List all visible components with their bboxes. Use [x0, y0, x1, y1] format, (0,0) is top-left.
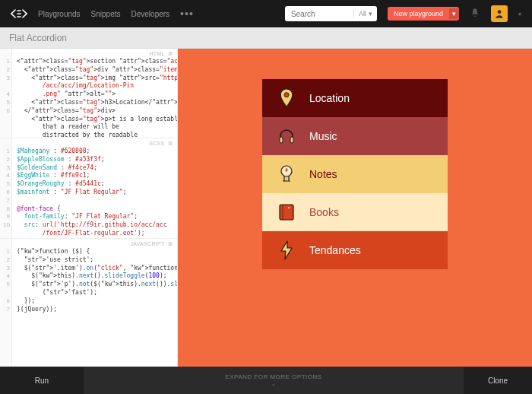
logo-icon[interactable]: [11, 8, 27, 19]
accordion-item-location[interactable]: Location: [262, 79, 448, 117]
search-input[interactable]: [285, 10, 353, 18]
chevron-down-icon[interactable]: ▾: [449, 8, 459, 19]
accordion-label: Music: [309, 130, 337, 142]
search-box: All▾: [285, 6, 377, 21]
svg-rect-6: [282, 205, 283, 220]
search-filter[interactable]: All▾: [353, 10, 377, 17]
accordion-item-music[interactable]: Music: [262, 117, 448, 155]
js-code[interactable]: ("kw">function ($) { "str">'use strict';…: [12, 239, 177, 366]
accordion-item-notes[interactable]: Notes: [262, 155, 448, 193]
nav-developers[interactable]: Developers: [131, 10, 170, 18]
playground-title-bar: Flat Accordion: [0, 27, 532, 49]
html-pane[interactable]: HTML ⚙ 123456 <"attr">class="tag">sectio…: [0, 49, 177, 138]
accordion-label: Books: [309, 206, 339, 218]
main-area: HTML ⚙ 123456 <"attr">class="tag">sectio…: [0, 49, 532, 367]
gear-icon[interactable]: ⚙: [168, 241, 173, 246]
accordion-label: Location: [309, 92, 350, 104]
music-icon: [277, 127, 296, 145]
svg-point-7: [288, 207, 290, 208]
new-playground-button[interactable]: New playground▾: [388, 7, 459, 21]
chevron-down-icon: ⌄: [84, 381, 464, 387]
location-icon: [277, 88, 296, 108]
preview-pane: LocationMusicNotesBooksTendances: [178, 49, 532, 367]
svg-rect-5: [280, 205, 293, 220]
accordion-label: Notes: [309, 168, 337, 180]
pane-label-html: HTML ⚙: [149, 51, 173, 57]
svg-point-1: [284, 93, 289, 97]
nav-playgrounds[interactable]: Playgrounds: [38, 10, 81, 18]
svg-rect-3: [290, 137, 293, 143]
page-title: Flat Accordion: [9, 33, 67, 43]
footer-bar: Run EXPAND FOR MORE OPTIONS⌄ Clone: [0, 367, 532, 394]
books-icon: [277, 203, 296, 221]
accordion-item-tendances[interactable]: Tendances: [262, 231, 448, 269]
accordion-label: Tendances: [309, 244, 361, 256]
pane-label-js: JAVASCRIPT ⚙: [130, 241, 173, 247]
nav-snippets[interactable]: Snippets: [91, 10, 121, 18]
accordion: LocationMusicNotesBooksTendances: [262, 79, 448, 367]
scss-code[interactable]: $Mahogany : #620808; $AppleBlossom : #a5…: [12, 138, 177, 238]
pane-label-scss: SCSS ⚙: [149, 141, 173, 147]
svg-point-0: [498, 10, 502, 14]
tendances-icon: [277, 240, 296, 260]
chevron-down-icon[interactable]: ▾: [518, 11, 521, 17]
scss-pane[interactable]: SCSS ⚙ 1234567891011 $Mahogany : #620808…: [0, 138, 177, 239]
more-icon[interactable]: •••: [180, 8, 194, 20]
line-numbers: 1234567891011: [0, 138, 12, 238]
gear-icon[interactable]: ⚙: [168, 141, 173, 146]
run-button[interactable]: Run: [0, 367, 84, 394]
svg-rect-2: [280, 137, 283, 143]
line-numbers: 1234567: [0, 239, 12, 366]
bell-icon[interactable]: [470, 8, 480, 21]
clone-button[interactable]: Clone: [464, 367, 532, 394]
editor-column: HTML ⚙ 123456 <"attr">class="tag">sectio…: [0, 49, 178, 367]
expand-options[interactable]: EXPAND FOR MORE OPTIONS⌄: [84, 373, 464, 387]
chevron-down-icon: ▾: [369, 10, 372, 17]
avatar[interactable]: [491, 5, 508, 22]
notes-icon: [277, 164, 296, 184]
html-code[interactable]: <"attr">class="tag">section "attr">class…: [12, 49, 177, 138]
js-pane[interactable]: JAVASCRIPT ⚙ 1234567 ("kw">function ($) …: [0, 239, 177, 367]
gear-icon[interactable]: ⚙: [168, 51, 173, 56]
top-bar: Playgrounds Snippets Developers ••• All▾…: [0, 0, 532, 27]
accordion-item-books[interactable]: Books: [262, 193, 448, 231]
line-numbers: 123456: [0, 49, 12, 138]
